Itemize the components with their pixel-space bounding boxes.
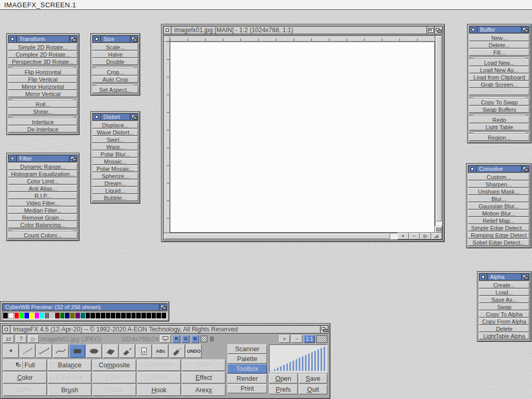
color-swatch-25[interactable]	[131, 313, 136, 318]
convolve-gaussian-blur-button[interactable]: Gaussian Blur...	[468, 203, 529, 209]
color-swatch-9[interactable]	[50, 313, 55, 318]
airbrush-tool[interactable]	[169, 344, 185, 358]
screen-mode-icon[interactable]	[160, 335, 171, 343]
depth-icon[interactable]	[69, 36, 77, 42]
palette-titlebar[interactable]: CyberWB Preview: (32 of 256 shown)	[2, 303, 167, 311]
color-swatch-1[interactable]	[8, 313, 14, 318]
alpha-delete-button[interactable]: Delete	[479, 325, 529, 332]
transform-complex-2d-rotate-button[interactable]: Complex 2D Rotate...	[8, 51, 77, 58]
red-channel-toggle[interactable]: R	[172, 335, 180, 343]
filter-dynamic-range-button[interactable]: Dynamic Range...	[8, 163, 77, 170]
screen-titlebar[interactable]: IMAGEFX_SCREEN.1	[0, 0, 532, 10]
convolve-sobel-edge-detect-button[interactable]: Sobel Edge Detect...	[468, 239, 529, 246]
color-swatch-11[interactable]	[60, 313, 65, 318]
brush-tool[interactable]	[119, 344, 135, 358]
scanner-button[interactable]: Scanner	[228, 344, 267, 354]
close-icon[interactable]	[3, 326, 10, 333]
filter-titlebar[interactable]: Filter	[8, 155, 77, 162]
arexx-button[interactable]: Arexx	[182, 384, 225, 396]
transform-shear-button[interactable]: Shear...	[8, 108, 77, 115]
filter-r-i-p-button[interactable]: R.I.P...	[8, 192, 77, 199]
buffer-load-new-as-button[interactable]: Load New As...	[469, 66, 529, 73]
color-swatch-30[interactable]	[156, 313, 161, 318]
color-swatch-29[interactable]	[152, 313, 156, 318]
buffer-load-from-clipboard-button[interactable]: Load from Clipboard	[469, 74, 529, 81]
buffer-fill-button[interactable]: Fill...	[469, 49, 529, 56]
filter-histogram-equalization-button[interactable]: Histogram Equalization...	[8, 170, 77, 177]
main-window-titlebar[interactable]: imagefx01.jpg [MAIN] - 1:2 (1024x768, 1:…	[163, 26, 443, 34]
sleep-button[interactable]: zz	[3, 335, 14, 343]
color-swatch-27[interactable]	[141, 313, 146, 318]
buffer-copy-to-swap-button[interactable]: Copy To Swap	[469, 99, 529, 105]
convolve-sharpen-button[interactable]: Sharpen...	[468, 181, 529, 188]
toolbox-button[interactable]: Toolbox	[228, 364, 267, 374]
buffer-swap-buffers-button[interactable]: Swap Buffers	[469, 106, 529, 113]
distort-mosaic-button[interactable]: Mosaic...	[92, 158, 138, 165]
brush-button[interactable]: Brush	[48, 384, 91, 396]
size-auto-crop-button[interactable]: Auto Crop	[92, 76, 138, 83]
color-swatch-20[interactable]	[106, 313, 111, 318]
alpha-save-as-button[interactable]: Save As...	[479, 296, 529, 303]
close-icon[interactable]	[93, 36, 101, 42]
close-icon[interactable]	[470, 26, 477, 33]
transform-simple-2d-rotate-button[interactable]: Simple 2D Rotate...	[8, 44, 77, 50]
horizontal-scrollbar[interactable]	[164, 233, 397, 240]
text-tool[interactable]: ABc	[153, 344, 168, 358]
transform-mirror-horizontal-button[interactable]: Mirror Horizontal	[8, 83, 77, 90]
distort-polar-blur-button[interactable]: Polar Blur...	[92, 151, 138, 157]
depth-icon[interactable]	[320, 326, 328, 333]
filter-count-colors-button[interactable]: Count Colors...	[8, 232, 77, 238]
color-swatch-0[interactable]	[3, 313, 8, 318]
scroll-options-icon[interactable]	[435, 226, 442, 233]
full-button[interactable]: Full	[3, 360, 47, 371]
transform-titlebar[interactable]: Transform	[8, 35, 77, 43]
alpha-swap-button[interactable]: Swap	[479, 303, 529, 310]
color-swatch-13[interactable]	[70, 313, 75, 318]
alpha-titlebar[interactable]: Alpha	[479, 273, 529, 281]
hook-button[interactable]: Hook	[137, 384, 181, 396]
size-halve-button[interactable]: Halve	[92, 51, 138, 58]
filter-color-limit-button[interactable]: Color Limit...	[8, 178, 77, 184]
size-scale-button[interactable]: Scale...	[92, 44, 138, 50]
undo-button[interactable]: UNDO	[186, 344, 202, 358]
oval-tool[interactable]	[86, 344, 102, 358]
distort-bubble-button[interactable]: Bubble...	[92, 194, 138, 201]
close-icon[interactable]	[469, 166, 476, 172]
color-swatch-19[interactable]	[101, 313, 105, 318]
filter-video-filter-button[interactable]: Video Filter...	[8, 200, 77, 206]
color-swatch-12[interactable]	[65, 313, 70, 318]
color-swatch-6[interactable]	[35, 313, 39, 318]
color-swatch-8[interactable]	[45, 313, 49, 318]
save-button[interactable]: Save	[299, 374, 327, 383]
prefs-button[interactable]: Prefs	[269, 384, 298, 394]
convolve-relief-map-button[interactable]: Relief Map...	[468, 217, 529, 224]
convolve-custom-button[interactable]: Custom...	[468, 174, 529, 180]
size-double-button[interactable]: Double	[92, 58, 138, 65]
color-swatch-28[interactable]	[147, 313, 151, 318]
transform-flip-vertical-button[interactable]: Flip Vertical	[8, 76, 77, 83]
depth-icon[interactable]	[521, 26, 529, 33]
size-crop-button[interactable]: Crop...	[92, 69, 138, 75]
buffer-region-button[interactable]: Region...	[469, 134, 529, 141]
color-button[interactable]: Color	[3, 372, 47, 383]
color-swatch-7[interactable]	[39, 313, 44, 318]
distort-liquid-button[interactable]: Liquid...	[92, 187, 138, 194]
transform-de-interlace-button[interactable]: De-Interlace	[8, 126, 77, 132]
filter-anti-alias-button[interactable]: Anti Alias...	[8, 185, 77, 192]
toolbox-titlebar[interactable]: ImageFX 4.5 (12-Apr-20) -- © 1992-2020 A…	[2, 325, 328, 334]
color-swatch-5[interactable]	[30, 313, 34, 318]
zoom-out-button[interactable]: −	[409, 233, 420, 240]
convolve-motion-blur-button[interactable]: Motion Blur...	[468, 210, 529, 217]
filter-median-filter-button[interactable]: Median Filter...	[8, 207, 77, 214]
convolve-unsharp-mask-button[interactable]: Unsharp Mask...	[468, 188, 529, 195]
convolve-simple-edge-detect-button[interactable]: Simple Edge Detect...	[468, 224, 529, 231]
buffer-grab-screen-button[interactable]: Grab Screen...	[469, 81, 529, 88]
size-titlebar[interactable]: Size	[92, 35, 138, 43]
zoom-gadget-icon[interactable]	[427, 26, 434, 34]
color-swatch-2[interactable]	[15, 313, 19, 318]
image-canvas[interactable]	[170, 42, 435, 233]
color-swatch-23[interactable]	[121, 313, 126, 318]
filter-remove-grain-button[interactable]: Remove Grain...	[8, 214, 77, 221]
help-button[interactable]: ?	[16, 335, 26, 343]
zoom-in-button[interactable]: +	[397, 233, 409, 240]
